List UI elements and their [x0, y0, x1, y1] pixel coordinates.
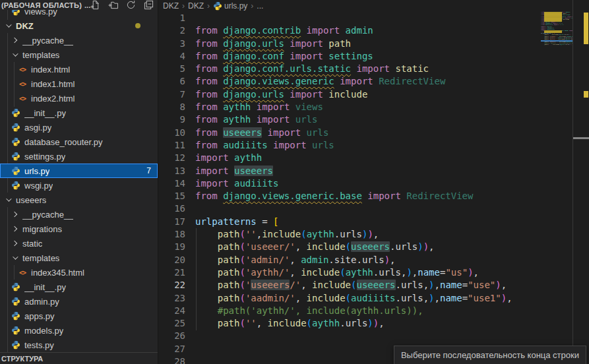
tree-item-migrations[interactable]: migrations — [0, 222, 158, 236]
code-line-12[interactable]: 12import aythh — [159, 152, 540, 164]
tree-item-apps-py[interactable]: apps.py — [0, 309, 158, 323]
line-number[interactable]: 9 — [159, 113, 185, 126]
code-line-1[interactable]: 1 — [159, 12, 540, 24]
breadcrumb-item[interactable]: ... — [257, 1, 263, 11]
line-number[interactable]: 23 — [159, 292, 185, 305]
code-text: path('', include(aythh.urls)), — [195, 317, 540, 330]
python-logo — [11, 282, 20, 291]
code-line-26[interactable]: 26 — [159, 330, 540, 342]
line-number[interactable]: 2 — [159, 24, 185, 37]
code-line-17[interactable]: 17urlpatterns = [ — [159, 216, 540, 228]
code-line-14[interactable]: 14import audiiits — [159, 177, 540, 190]
tree-item--init-py[interactable]: __init__.py — [0, 106, 158, 120]
tree-item-database-roouter-py[interactable]: database_roouter.py — [0, 135, 158, 149]
minimap-line — [541, 49, 573, 50]
line-number[interactable]: 27 — [159, 343, 185, 355]
code-text: #path('aythh/', include(aythh.urls)), — [195, 305, 540, 317]
tree-item-models-py[interactable]: models.py — [0, 323, 158, 338]
tree-item-index2-html[interactable]: <>index2.html — [0, 91, 158, 106]
tree-item-useeers[interactable]: useeers — [0, 193, 158, 207]
line-number[interactable]: 14 — [159, 177, 185, 190]
line-number[interactable]: 25 — [159, 317, 185, 330]
line-number[interactable]: 7 — [159, 88, 185, 101]
code-line-8[interactable]: 8from aythh import views — [159, 101, 540, 113]
code-text: from django.views.generic import Redirec… — [195, 75, 540, 88]
code-line-18[interactable]: 18 path('',include(aythh.urls)), — [159, 228, 540, 241]
chevron-down-icon — [13, 254, 18, 259]
python-file-icon — [11, 136, 21, 147]
tree-item-index345-html[interactable]: <>index345.html — [0, 265, 158, 280]
code-line-16[interactable]: 16 — [159, 202, 540, 215]
line-number[interactable]: 6 — [159, 75, 185, 88]
code-line-22[interactable]: 22 path('useeers/', include(useeers.urls… — [159, 279, 540, 291]
tree-item-static[interactable]: static — [0, 236, 158, 251]
code-line-19[interactable]: 19 path('useeer/', include(useeers.urls)… — [159, 241, 540, 253]
line-number[interactable]: 5 — [159, 63, 185, 75]
line-number[interactable]: 20 — [159, 254, 185, 266]
more-actions-button[interactable]: ... — [84, 1, 90, 9]
refresh-button[interactable] — [126, 0, 137, 11]
collapse-all-button[interactable] — [144, 0, 154, 11]
tree-item--init-py[interactable]: __init__.py — [0, 280, 158, 294]
breadcrumb-item[interactable]: DKZ — [188, 1, 204, 11]
line-number[interactable]: 26 — [159, 330, 185, 342]
code-line-21[interactable]: 21 path('aythh/', include(aythh.urls,),n… — [159, 266, 540, 279]
line-number[interactable]: 18 — [159, 228, 185, 241]
code-line-11[interactable]: 11from audiiits import urls — [159, 139, 540, 152]
code-line-10[interactable]: 10from useeers import urls — [159, 127, 540, 139]
code-line-3[interactable]: 3from django.urls import path — [159, 38, 540, 50]
line-number[interactable]: 12 — [159, 152, 185, 164]
tree-item-admin-py[interactable]: admin.py — [0, 294, 158, 309]
code-line-2[interactable]: 2from django.contrib import admin — [159, 24, 540, 37]
line-number[interactable]: 22 — [159, 279, 185, 291]
tree-item-templates[interactable]: templates — [0, 47, 158, 62]
code-text: from django.urls import include — [195, 88, 540, 101]
minimap[interactable]: from django.contrib import adminfrom dja… — [541, 11, 573, 364]
tree-item-settings-py[interactable]: settings.py — [0, 149, 158, 164]
new-folder-button[interactable] — [108, 0, 119, 11]
line-number[interactable]: 17 — [159, 216, 185, 228]
code-text: from aythh import urls — [195, 113, 540, 126]
tree-item-templates[interactable]: templates — [0, 251, 158, 265]
tree-item-index-html[interactable]: <>index.html — [0, 62, 158, 76]
new-file-button[interactable] — [90, 0, 101, 11]
line-number[interactable]: 1 — [159, 12, 185, 24]
explorer-section-header[interactable]: (РАБОЧАЯ ОБЛАСТЬ) ... — [0, 0, 158, 10]
line-number[interactable]: 19 — [159, 241, 185, 253]
tree-item--pycache-[interactable]: __pycache__ — [0, 33, 158, 47]
code-line-23[interactable]: 23 path('aadmin/', include(audiiits.urls… — [159, 292, 540, 305]
line-number[interactable]: 13 — [159, 165, 185, 177]
line-number[interactable]: 24 — [159, 305, 185, 317]
line-number[interactable]: 28 — [159, 355, 185, 364]
line-number[interactable]: 4 — [159, 50, 185, 63]
line-number[interactable]: 21 — [159, 266, 185, 279]
code-line-15[interactable]: 15from django.views.generic.base import … — [159, 190, 540, 202]
code-line-24[interactable]: 24 #path('aythh/', include(aythh.urls)), — [159, 305, 540, 317]
code-line-13[interactable]: 13import useeers — [159, 165, 540, 177]
tree-item-tests-py[interactable]: tests.py — [0, 338, 158, 352]
tree-item--pycache-[interactable]: __pycache__ — [0, 207, 158, 222]
code-line-6[interactable]: 6from django.views.generic import Redire… — [159, 75, 540, 88]
line-number[interactable]: 10 — [159, 127, 185, 139]
code-line-7[interactable]: 7from django.urls import include — [159, 88, 540, 101]
code-line-9[interactable]: 9from aythh import urls — [159, 113, 540, 126]
code-line-4[interactable]: 4from django.conf import settings — [159, 50, 540, 63]
outline-section-header[interactable]: СТРУКТУРА — [0, 352, 158, 364]
tree-item-dkz[interactable]: DKZ — [0, 18, 158, 33]
tree-item-wsgi-py[interactable]: wsgi.py — [0, 178, 158, 193]
code-line-20[interactable]: 20 path('admin/', admin.site.urls), — [159, 254, 540, 266]
tree-item-urls-py[interactable]: urls.py7 — [0, 164, 158, 178]
tree-item-index1-html[interactable]: <>index1.html — [0, 76, 158, 91]
line-number[interactable]: 11 — [159, 139, 185, 152]
line-number[interactable]: 15 — [159, 190, 185, 202]
code-line-25[interactable]: 25 path('', include(aythh.urls)), — [159, 317, 540, 330]
tree-item-asgi-py[interactable]: asgi.py — [0, 120, 158, 135]
python-file-icon — [11, 107, 21, 118]
breadcrumb-item[interactable]: urls.py — [213, 1, 247, 11]
line-number[interactable]: 3 — [159, 38, 185, 50]
overview-ruler[interactable] — [573, 0, 589, 364]
line-number[interactable]: 8 — [159, 101, 185, 113]
line-number[interactable]: 16 — [159, 202, 185, 215]
code-line-5[interactable]: 5from django.conf.urls.static import sta… — [159, 63, 540, 75]
breadcrumb-item[interactable]: DKZ — [163, 1, 179, 11]
